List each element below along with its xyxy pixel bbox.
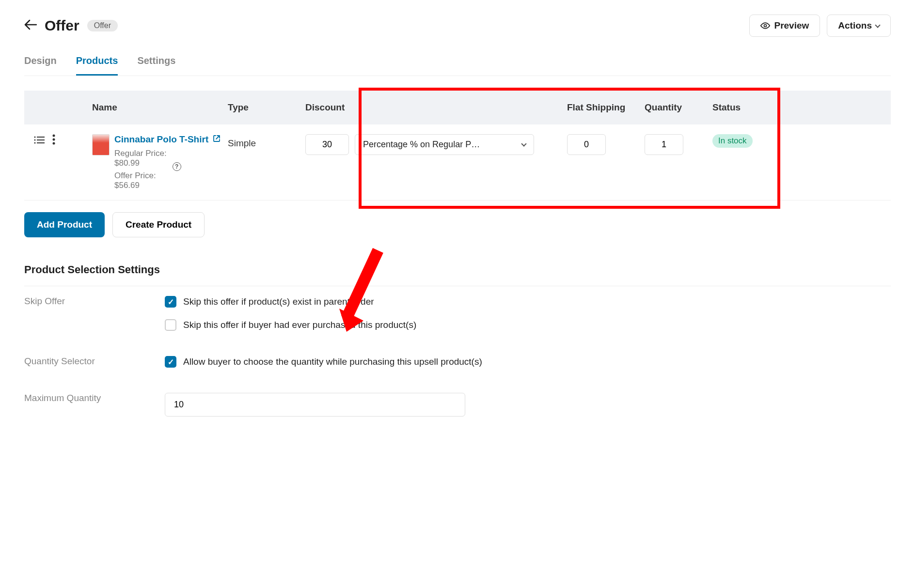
skip-offer-parent-label: Skip this offer if product(s) exist in p… (183, 296, 374, 307)
back-arrow-icon[interactable] (24, 18, 37, 33)
svg-point-5 (34, 142, 36, 144)
skip-offer-purchased-checkbox[interactable] (165, 319, 176, 331)
product-link[interactable]: Cinnabar Polo T-Shirt (114, 134, 208, 144)
chevron-down-icon (875, 22, 880, 28)
flat-shipping-input[interactable] (567, 134, 606, 155)
skip-offer-parent-checkbox[interactable] (165, 296, 176, 308)
col-header-status: Status (712, 102, 790, 113)
tab-products[interactable]: Products (76, 51, 118, 76)
row-menu-icon[interactable] (52, 134, 55, 148)
regular-price: $80.99 (114, 158, 167, 168)
external-link-icon[interactable] (213, 135, 221, 144)
product-actions: Add Product Create Product (24, 201, 891, 249)
svg-rect-4 (37, 139, 45, 140)
offer-price-label: Offer Price: (114, 171, 167, 181)
tabs-nav: Design Products Settings (24, 51, 891, 76)
col-header-discount: Discount (305, 102, 567, 113)
header-actions: Preview Actions (749, 15, 891, 37)
skip-offer-purchased-label: Skip this offer if buyer had ever purcha… (183, 320, 416, 330)
preview-button[interactable]: Preview (749, 15, 820, 37)
svg-point-1 (34, 137, 36, 138)
max-quantity-row: Maximum Quantity (24, 393, 891, 417)
offer-price: $56.69 (114, 181, 167, 190)
col-header-shipping: Flat Shipping (567, 102, 635, 113)
preview-button-label: Preview (774, 20, 809, 31)
svg-rect-2 (37, 137, 45, 138)
svg-point-3 (34, 139, 36, 141)
header-left: Offer Offer (24, 17, 118, 34)
regular-price-label: Regular Price: (114, 149, 167, 158)
add-product-button[interactable]: Add Product (24, 212, 105, 237)
page-type-badge: Offer (87, 20, 118, 31)
tab-settings[interactable]: Settings (137, 51, 175, 76)
discount-value-input[interactable] (305, 134, 349, 155)
skip-offer-row: Skip Offer Skip this offer if product(s)… (24, 296, 891, 342)
status-badge: In stock (712, 134, 753, 148)
table-row: Cinnabar Polo T-Shirt Regular Price: $80… (24, 124, 891, 201)
svg-point-8 (53, 139, 55, 141)
svg-point-0 (764, 25, 767, 27)
col-header-type: Type (228, 102, 305, 113)
discount-type-label: Percentage % on Regular P… (363, 139, 480, 150)
max-quantity-input[interactable] (165, 393, 465, 417)
product-thumbnail (92, 134, 110, 155)
tab-design[interactable]: Design (24, 51, 57, 76)
col-header-quantity: Quantity (635, 102, 712, 113)
quantity-input[interactable] (645, 134, 683, 155)
svg-point-7 (53, 135, 55, 137)
drag-handle-icon[interactable] (34, 135, 45, 147)
page-header: Offer Offer Preview Actions (24, 15, 891, 37)
eye-icon (760, 21, 770, 31)
discount-type-select[interactable]: Percentage % on Regular P… (355, 134, 534, 155)
help-icon[interactable]: ? (173, 162, 181, 171)
col-header-name: Name (73, 102, 228, 113)
skip-offer-label: Skip Offer (24, 296, 165, 342)
create-product-button[interactable]: Create Product (112, 212, 205, 237)
actions-button-label: Actions (838, 20, 872, 31)
chevron-down-icon (521, 141, 526, 146)
actions-button[interactable]: Actions (827, 15, 891, 37)
max-quantity-label: Maximum Quantity (24, 393, 165, 417)
quantity-selector-row: Quantity Selector Allow buyer to choose … (24, 356, 891, 379)
svg-rect-6 (37, 142, 45, 143)
products-table: Name Type Discount Flat Shipping Quantit… (24, 91, 891, 201)
quantity-selector-label: Quantity Selector (24, 356, 165, 379)
quantity-selector-checkbox[interactable] (165, 356, 176, 368)
product-type: Simple (228, 134, 305, 149)
quantity-selector-option-label: Allow buyer to choose the quantity while… (183, 356, 482, 367)
svg-point-9 (53, 142, 55, 145)
table-header-row: Name Type Discount Flat Shipping Quantit… (24, 91, 891, 124)
settings-section-title: Product Selection Settings (24, 263, 891, 286)
page-title: Offer (45, 17, 79, 34)
